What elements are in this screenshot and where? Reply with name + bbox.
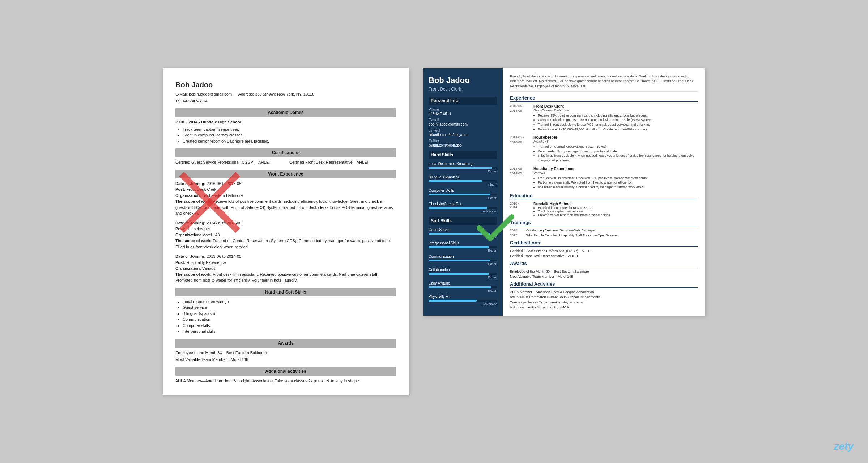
training-name-0: Outstanding Customer Service—Dale Carneg…: [526, 228, 595, 232]
exp-dates-2: 2013-06 - 2014-05: [510, 167, 530, 190]
exp-bullets-1: Trained on Central Reservations System (…: [538, 144, 698, 163]
post-label: Post:: [175, 227, 186, 231]
date-label: Date of Joining:: [175, 254, 205, 258]
skill-name-7: Collaboration: [429, 268, 497, 272]
skill-bar-fill-2: [429, 194, 490, 195]
edu-bullets-0: Excelled in computer literacy classes. T…: [538, 206, 611, 217]
tel-value: 443-847-6514: [183, 99, 208, 103]
cert-item-1: Certified Front Desk Representative—AHLE…: [510, 254, 698, 258]
org-value: Various: [202, 266, 215, 270]
work-post-1: Post: Front Desk Clerk: [175, 186, 396, 193]
work-org-3: Organization: Various: [175, 265, 396, 272]
list-item: Communication: [183, 316, 396, 323]
work-entry-1: Date of Joining: 2016-06 to 2018-05 Post…: [175, 181, 396, 216]
training-year-0: 2018: [510, 228, 523, 232]
skill-name-0: Local Resources Knowledge: [429, 162, 497, 166]
cert2: Certified Front Desk Representative—AHLE…: [289, 159, 396, 165]
training-year-1: 2017: [510, 233, 523, 237]
post-label: Post:: [175, 260, 186, 265]
resume-sidebar: Bob Jadoo Front Desk Clerk Personal Info…: [423, 68, 503, 316]
skill-bar-bg-9: [429, 300, 497, 302]
activity-item-1: Volunteer at Commercial Street Soup Kitc…: [510, 295, 698, 299]
skill-level-6: Expert: [429, 262, 497, 266]
address-value: 350 5th Ave New York, NY, 10118: [255, 92, 314, 96]
skill-name-8: Calm Attitude: [429, 281, 497, 285]
skill-name-9: Physically Fit: [429, 295, 497, 299]
cert-header: Certifications: [175, 148, 396, 157]
activity-item-2: Take yoga classes 2x per week to stay in…: [510, 300, 698, 304]
edu-entry-0: 2010 - 2014 Dundalk High School Excelled…: [510, 202, 698, 217]
list-item: Trained on Central Reservations System (…: [538, 144, 698, 149]
skill-bar-fill-7: [429, 273, 489, 275]
awards-header: Awards: [175, 339, 396, 348]
skill-level-9: Advanced: [429, 302, 497, 306]
email-value: bob.h.jadoo@gmail.com: [429, 122, 497, 126]
list-item: Excelled in computer literacy classes.: [538, 206, 611, 210]
email-label: E-mail: [429, 118, 497, 122]
exp-entry-1: 2014-05 - 2016-06 Housekeeper Motel 148 …: [510, 135, 698, 163]
left-name: Bob Jadoo: [175, 79, 396, 90]
work-date-1: Date of Joining: 2016-06 to 2018-05: [175, 181, 396, 187]
edu-dates-0: 2010 - 2014: [510, 202, 530, 217]
skill-bar-fill-9: [429, 300, 477, 302]
scope-label: The scope of work:: [175, 239, 212, 243]
org-label: Organization:: [175, 266, 201, 270]
award-1: Employee of the Month 3X—Best Eastern Ba…: [175, 350, 396, 356]
exp-end-0: 2018-05: [510, 109, 522, 113]
experience-title: Experience: [510, 95, 698, 102]
edu-end-0: 2014: [510, 205, 517, 209]
list-item: Guest service: [183, 304, 396, 311]
list-item: Created senior report on Baltimore area …: [538, 213, 611, 217]
skill-name-5: Interpersonal Skills: [429, 241, 497, 245]
skill-bar-bg-2: [429, 194, 497, 195]
scope-label: The scope of work:: [175, 272, 212, 277]
academic-entry: 2010 – 2014 - Dundalk High School: [175, 119, 396, 125]
trainings-title: Trainings: [510, 220, 698, 226]
list-item: Local resource knowledge: [183, 299, 396, 305]
list-item: Commended 3x by manager for warm, positi…: [538, 149, 698, 154]
work-org-2: Organization: Motel 148: [175, 232, 396, 238]
cert-item-0: Certified Guest Service Professional (CG…: [510, 249, 698, 253]
list-item: Front desk fill-in assistant. Received 9…: [538, 176, 648, 181]
training-entry-1: 2017 Why People Complain Hospitality Sta…: [510, 233, 698, 237]
phone-label: Phone: [429, 108, 497, 111]
certifications-title: Certifications: [510, 240, 698, 247]
resume-right: Bob Jadoo Front Desk Clerk Personal Info…: [423, 68, 705, 316]
education-title: Education: [510, 193, 698, 199]
additional-title: Additional Activities: [510, 281, 698, 288]
left-contact-tel: Tel: 443-847-6514: [175, 98, 396, 104]
skill-bar-fill-5: [429, 246, 489, 248]
skill-level-0: Expert: [429, 169, 497, 173]
award-item-1: Most Valuable Team Member—Motel 148: [510, 274, 698, 278]
exp-start-1: 2014-05 -: [510, 135, 524, 139]
work-post-2: Post: Housekeeper: [175, 226, 396, 232]
work-date-3: Date of Joining: 2013-06 to 2014-05: [175, 253, 396, 260]
hard-skills-title: Hard Skills: [429, 151, 497, 159]
skill-bar-fill-0: [429, 167, 492, 169]
skill-level-3: Advanced: [429, 210, 497, 213]
list-item: Greet and check-in guests in 300+ room h…: [538, 118, 652, 122]
award-2: Most Valuable Team Member—Motel 148: [175, 357, 396, 363]
skill-name-1: Bilingual (Spanish): [429, 175, 497, 179]
cert1: Certified Guest Service Professional (CG…: [175, 159, 282, 165]
post-value: Front Desk Clerk: [187, 187, 217, 191]
work-date-2: Date of Joining: 2014-05 to 2016-06: [175, 220, 396, 226]
right-title: Front Desk Clerk: [429, 87, 497, 92]
post-label: Post:: [175, 187, 186, 191]
resume-main-content: Friendly front desk clerk with 2+ years …: [503, 68, 705, 316]
org-label: Organization:: [175, 233, 201, 237]
exp-dates-1: 2014-05 - 2016-06: [510, 135, 530, 163]
twitter-value: twitter.com/bobjadoo: [429, 143, 497, 147]
job-title-1: Housekeeper: [533, 135, 698, 139]
work-scope-2: The scope of work: Trained on Central Re…: [175, 238, 396, 250]
work-scope-3: The scope of work: Front desk fill-in as…: [175, 272, 396, 283]
skill-level-8: Expert: [429, 289, 497, 292]
phone-value: 443-847-6514: [429, 112, 497, 116]
soft-skills-title: Soft Skills: [429, 217, 497, 225]
work-header: Work Experience: [175, 170, 396, 178]
exp-entry-2: 2013-06 - 2014-05 Hospitality Experience…: [510, 167, 698, 190]
date-value: 2016-06 to 2018-05: [207, 181, 241, 186]
skill-name-4: Guest Service: [429, 228, 497, 232]
activity-item-0: AHLA Member—American Hotel & Lodging Ass…: [510, 290, 698, 294]
email-value: bob.h.jadoo@gmail.com: [189, 92, 232, 96]
